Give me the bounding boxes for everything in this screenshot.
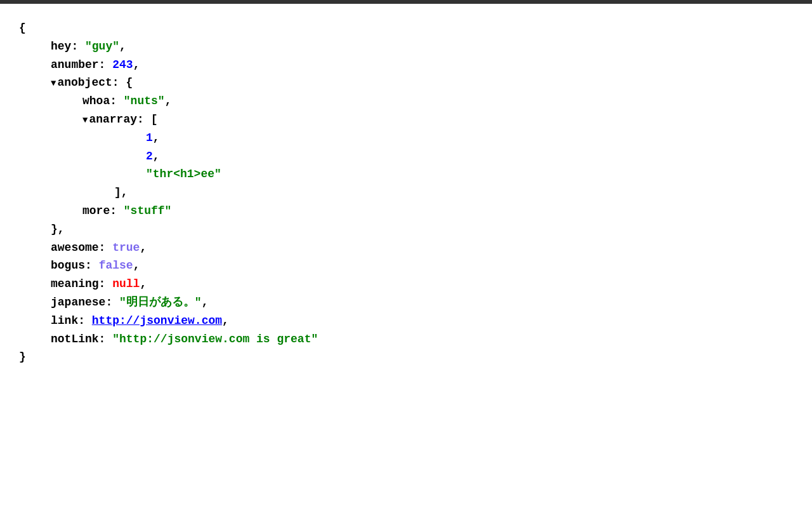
value-whoa: "nuts" <box>124 92 165 110</box>
array-item-2: "thr<h1>ee" <box>146 165 793 184</box>
value-link[interactable]: http://jsonview.com <box>92 312 222 330</box>
open-brace-line: { <box>19 19 793 37</box>
array-value-0: 1 <box>146 129 153 147</box>
array-value-1: 2 <box>146 147 153 166</box>
value-more: "stuff" <box>124 202 172 220</box>
field-anumber: anumber: 243, <box>51 56 793 74</box>
value-meaning: null <box>112 275 140 293</box>
field-notlink: notLink: "http://jsonview.com is great" <box>51 330 793 349</box>
top-border <box>0 0 812 4</box>
value-bogus: false <box>99 257 133 275</box>
key-notlink: notLink: <box>51 330 112 349</box>
field-meaning: meaning: null, <box>51 275 793 293</box>
value-anumber: 243 <box>112 56 133 74</box>
key-anobject: anobject: <box>57 74 126 92</box>
key-bogus: bogus: <box>51 257 99 275</box>
value-notlink: "http://jsonview.com is great" <box>112 330 318 349</box>
key-hey: hey: <box>51 37 85 56</box>
field-anobject-header: ▼ anobject: { <box>51 74 793 92</box>
array-value-2: "thr<h1>ee" <box>146 165 221 184</box>
json-viewer: { hey: "guy", anumber: 243, ▼ anobject: … <box>19 13 793 366</box>
anobject-close: }, <box>51 220 793 239</box>
field-bogus: bogus: false, <box>51 257 793 275</box>
anobject-collapse-arrow[interactable]: ▼ <box>51 76 56 90</box>
field-awesome: awesome: true, <box>51 239 793 257</box>
field-anarray-header: ▼ anarray: [ <box>82 110 793 129</box>
value-awesome: true <box>112 239 140 257</box>
open-brace: { <box>19 19 26 37</box>
field-hey: hey: "guy", <box>51 37 793 56</box>
field-more: more: "stuff" <box>82 202 793 220</box>
value-japanese: "明日がある。" <box>119 293 202 312</box>
anarray-close: ], <box>114 184 793 202</box>
field-link: link: http://jsonview.com, <box>51 312 793 330</box>
key-meaning: meaning: <box>51 275 112 293</box>
key-more: more: <box>82 202 124 220</box>
close-brace-line: } <box>19 348 793 366</box>
field-japanese: japanese: "明日がある。", <box>51 293 793 312</box>
close-brace: } <box>19 348 26 366</box>
key-japanese: japanese: <box>51 293 119 312</box>
value-hey: "guy" <box>85 37 119 56</box>
array-item-1: 2, <box>146 147 793 166</box>
anarray-collapse-arrow[interactable]: ▼ <box>82 113 88 127</box>
array-item-0: 1, <box>146 129 793 147</box>
field-whoa: whoa: "nuts", <box>82 92 793 110</box>
key-link: link: <box>51 312 92 330</box>
key-awesome: awesome: <box>51 239 112 257</box>
key-anumber: anumber: <box>51 56 112 74</box>
key-anarray: anarray: <box>89 110 150 129</box>
key-whoa: whoa: <box>82 92 124 110</box>
